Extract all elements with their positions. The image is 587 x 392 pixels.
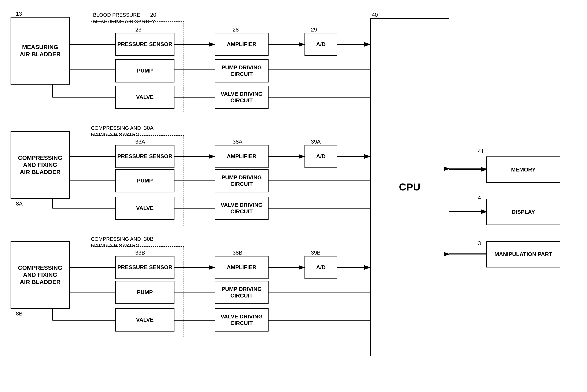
pump-main: PUMP [115, 59, 174, 82]
cpu-connections [0, 0, 587, 392]
pump-b: PUMP [115, 281, 174, 304]
ad-a: A/D [304, 145, 337, 168]
label-8a: 8A [16, 200, 23, 207]
label-3: 3 [478, 240, 481, 246]
pressure-sensor-a: PRESSURE SENSOR [115, 145, 174, 168]
pump-driving-main: PUMP DRIVING CIRCUIT [215, 59, 268, 82]
pressure-sensor-b: PRESSURE SENSOR [115, 256, 174, 279]
label-8b: 8B [16, 310, 23, 317]
label-30a: 30A [144, 125, 154, 131]
valve-driving-a: VALVE DRIVING CIRCUIT [215, 197, 268, 220]
label-39b: 39B [311, 250, 320, 256]
label-28: 28 [232, 26, 239, 33]
compressing-fixing-bladder-b: COMPRESSINGAND FIXINGAIR BLADDER [10, 241, 70, 309]
diagram: 13 MEASURINGAIR BLADDER BLOOD PRESSUREME… [0, 0, 587, 392]
valve-driving-b: VALVE DRIVING CIRCUIT [215, 308, 268, 332]
label-33b: 33B [135, 250, 145, 256]
label-41: 41 [478, 148, 484, 154]
pump-driving-b: PUMP DRIVING CIRCUIT [215, 281, 268, 304]
label-4: 4 [478, 194, 481, 201]
label-40: 40 [372, 12, 378, 18]
label-29: 29 [311, 26, 317, 33]
label-20: 20 [150, 12, 156, 18]
connection-lines [0, 0, 587, 392]
label-39a: 39A [311, 138, 320, 145]
measuring-air-bladder-box: MEASURINGAIR BLADDER [10, 17, 70, 84]
label-30b: 30B [144, 236, 154, 242]
valve-main: VALVE [115, 86, 174, 109]
label-38a: 38A [232, 138, 242, 145]
label-38b: 38B [232, 250, 242, 256]
pressure-sensor-main: PRESSURE SENSOR [115, 33, 174, 56]
valve-b: VALVE [115, 308, 174, 332]
ad-b: A/D [304, 256, 337, 279]
compressing-fixing-bladder-a: COMPRESSINGAND FIXINGAIR BLADDER [10, 131, 70, 199]
amplifier-b: AMPLIFIER [215, 256, 268, 279]
valve-driving-main: VALVE DRIVING CIRCUIT [215, 86, 268, 109]
label-13: 13 [16, 10, 22, 17]
pump-a: PUMP [115, 169, 174, 192]
display-box: DISPLAY [486, 199, 560, 225]
valve-a: VALVE [115, 197, 174, 220]
ad-main: A/D [304, 33, 337, 56]
memory-box: MEMORY [486, 156, 560, 183]
amplifier-main: AMPLIFIER [215, 33, 268, 56]
manipulation-part-box: MANIPULATION PART [486, 241, 560, 268]
amplifier-a: AMPLIFIER [215, 145, 268, 168]
label-23: 23 [135, 26, 142, 33]
pump-driving-a: PUMP DRIVING CIRCUIT [215, 169, 268, 192]
label-33a: 33A [135, 138, 145, 145]
cpu-box: CPU [370, 18, 449, 356]
